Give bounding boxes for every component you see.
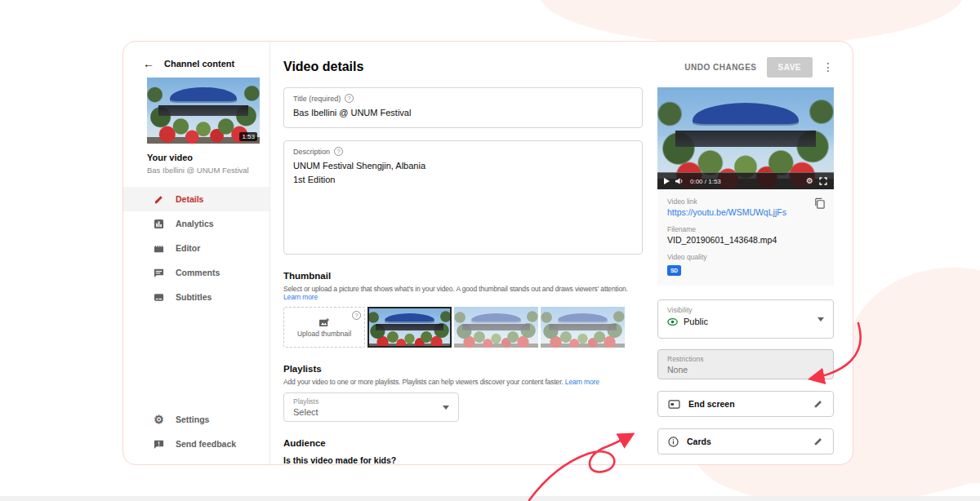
sidebar-item-label: Send feedback (176, 439, 236, 449)
upload-thumbnail-label: Upload thumbnail (297, 330, 351, 338)
thumbnail-learn-more-link[interactable]: Learn more (283, 293, 318, 301)
comments-icon (153, 267, 165, 279)
sidebar-item-send-feedback[interactable]: Send feedback (123, 432, 270, 456)
info-icon (668, 437, 679, 447)
sd-quality-badge: SD (667, 265, 681, 276)
end-screen-icon (668, 400, 680, 409)
player-settings-icon[interactable]: ⚙ (806, 177, 813, 185)
title-field[interactable]: Title (required) ? Bas Ibellini @ UNUM F… (283, 87, 643, 128)
filename-label: Filename (667, 225, 824, 233)
thumbnail-fade-overlay (541, 307, 625, 348)
description-field-label: Description (293, 148, 330, 156)
subtitles-icon (153, 291, 165, 304)
sidebar-item-comments[interactable]: Comments (123, 260, 270, 285)
auto-thumbnail-selected[interactable] (368, 307, 452, 348)
feedback-icon (153, 438, 165, 450)
restrictions-value: None (667, 365, 824, 375)
right-panel: 0:00 / 1:53 ⚙ Video link https://youtu.b… (657, 87, 834, 465)
help-icon[interactable]: ? (345, 94, 354, 103)
help-icon[interactable]: ? (334, 147, 343, 156)
audience-heading: Audience (283, 438, 643, 448)
editor-icon (153, 242, 165, 255)
fullscreen-icon[interactable] (819, 177, 827, 185)
sidebar-item-subtitles[interactable]: Subtitles (123, 285, 270, 309)
player-time: 0:00 / 1:53 (690, 178, 721, 185)
sidebar-item-label: Analytics (176, 219, 214, 228)
audience-question: Is this video made for kids? (283, 455, 643, 465)
studio-sidebar: ← Channel content 1:53 Your video Bas Ib… (123, 42, 270, 464)
visibility-select[interactable]: Visibility Public (657, 299, 834, 339)
form-column: Title (required) ? Bas Ibellini @ UNUM F… (283, 87, 643, 465)
page-bottom-strip (0, 496, 980, 501)
title-field-value[interactable]: Bas Ibellini @ UNUM Festival (293, 106, 633, 120)
visibility-value: Public (684, 317, 708, 326)
chevron-down-icon (817, 317, 824, 321)
sidebar-item-label: Comments (176, 268, 220, 277)
upload-thumbnail-button[interactable]: ? Upload thumbnail (283, 307, 365, 348)
kebab-menu-icon[interactable]: ⋮ (822, 61, 834, 73)
your-video-label: Your video (147, 153, 270, 162)
playlists-select-value: Select (293, 407, 449, 417)
cards-button[interactable]: Cards (657, 428, 834, 454)
content-area: Video details UNDO CHANGES SAVE ⋮ Title … (270, 42, 853, 464)
filename-value: VID_20190601_143648.mp4 (667, 235, 824, 245)
thumbnail-heading: Thumbnail (283, 271, 643, 281)
help-icon[interactable]: ? (352, 311, 361, 320)
video-quality-label: Video quality (667, 253, 824, 261)
auto-thumbnail[interactable] (541, 307, 625, 348)
playlists-heading: Playlists (283, 364, 643, 374)
end-screen-button[interactable]: End screen (657, 391, 834, 417)
restrictions-field: Restrictions None (657, 349, 834, 379)
thumbnail-fade-overlay (454, 307, 538, 348)
copy-icon[interactable] (813, 197, 826, 210)
playlists-select[interactable]: Playlists Select (283, 392, 459, 422)
playlists-description-text: Add your video to one or more playlists.… (283, 378, 564, 386)
gear-icon: ⚙ (153, 414, 165, 426)
title-field-label: Title (required) (293, 95, 341, 103)
sidebar-item-analytics[interactable]: Analytics (123, 211, 270, 236)
sidebar-item-label: Settings (176, 415, 209, 424)
video-info-box: Video link https://youtu.be/WSMUWqLjjFs … (657, 189, 834, 286)
play-icon[interactable] (664, 178, 670, 184)
decorative-blob-top (539, 0, 964, 46)
back-label: Channel content (164, 59, 234, 69)
thumbnail-row: ? Upload thumbnail (283, 307, 643, 348)
video-player[interactable]: 0:00 / 1:53 ⚙ (657, 87, 834, 189)
back-arrow-icon[interactable]: ← (143, 57, 154, 70)
page-title: Video details (283, 60, 363, 74)
sidebar-item-label: Subtitles (176, 292, 212, 302)
video-link-label: Video link (667, 197, 824, 206)
video-link-url[interactable]: https://youtu.be/WSMUWqLjjFs (667, 207, 824, 217)
playlists-select-label: Playlists (293, 397, 449, 406)
thumbnail-description: Select or upload a picture that shows wh… (283, 285, 643, 301)
sidebar-video-thumbnail: 1:53 (147, 78, 260, 144)
thumbnail-description-text: Select or upload a picture that shows wh… (283, 285, 628, 293)
pencil-icon (153, 193, 165, 206)
header-actions: UNDO CHANGES SAVE ⋮ (684, 57, 834, 78)
content-header: Video details UNDO CHANGES SAVE ⋮ (283, 55, 834, 79)
save-button[interactable]: SAVE (767, 57, 813, 78)
analytics-icon (153, 218, 165, 230)
edit-pencil-icon[interactable] (813, 437, 823, 446)
back-navigation[interactable]: ← Channel content (123, 42, 270, 70)
sidebar-footer: ⚙ Settings Send feedback (123, 407, 270, 456)
player-card: 0:00 / 1:53 ⚙ Video link https://youtu.b… (657, 87, 834, 286)
visibility-label: Visibility (667, 306, 824, 314)
sidebar-item-details[interactable]: Details (123, 187, 270, 211)
sidebar-item-editor[interactable]: Editor (123, 236, 270, 260)
sidebar-item-settings[interactable]: ⚙ Settings (123, 407, 270, 432)
volume-icon[interactable] (675, 177, 684, 185)
playlists-learn-more-link[interactable]: Learn more (565, 378, 599, 386)
end-screen-label: End screen (688, 399, 805, 409)
edit-pencil-icon[interactable] (813, 399, 823, 409)
chevron-down-icon (443, 406, 449, 410)
sidebar-nav: Details Analytics Editor Comments (123, 187, 270, 309)
video-details-dialog: ← Channel content 1:53 Your video Bas Ib… (122, 41, 853, 465)
description-field[interactable]: Description ? UNUM Festival Shengjin, Al… (283, 140, 643, 255)
sidebar-item-label: Editor (176, 243, 200, 253)
sidebar-video-title: Bas Ibellini @ UNUM Festival (147, 166, 270, 175)
undo-changes-button[interactable]: UNDO CHANGES (684, 63, 756, 72)
cards-label: Cards (687, 437, 805, 446)
description-field-value[interactable]: UNUM Festival Shengjin, Albania 1st Edit… (293, 159, 633, 186)
auto-thumbnail[interactable] (454, 307, 538, 348)
